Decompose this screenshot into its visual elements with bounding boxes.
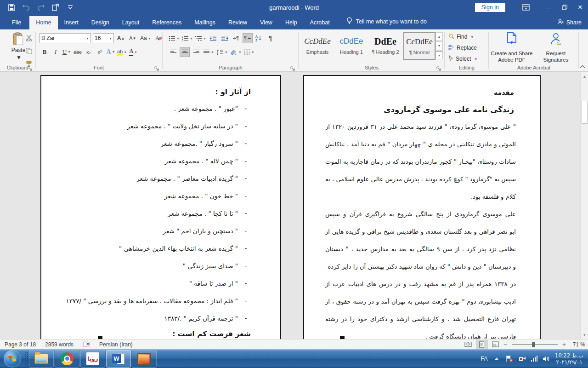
language-bar[interactable]: FA [481, 356, 487, 362]
read-mode-button[interactable] [462, 340, 474, 349]
style-emphasis[interactable]: CcDdEe Emphasis [301, 32, 334, 60]
minimize-button[interactable]: — [541, 0, 557, 15]
justify-button[interactable]: ▼ [203, 47, 215, 57]
numbering-button[interactable]: 123▼ [181, 33, 193, 43]
tab-insert[interactable]: Insert [58, 16, 85, 29]
power-plug-icon[interactable] [518, 355, 526, 363]
italic-button[interactable]: I [51, 47, 61, 57]
network-signal-icon[interactable] [531, 356, 538, 362]
scrollbar-thumb[interactable] [582, 101, 588, 124]
zoom-out-button[interactable]: − [503, 341, 507, 348]
clipboard-dialog-launcher-icon[interactable] [28, 64, 33, 70]
align-left-button[interactable] [168, 47, 178, 57]
style-heading-1[interactable]: cDdEe Heading 1 [335, 32, 368, 60]
tab-mailings[interactable]: Mailings [188, 16, 222, 29]
align-right-button[interactable] [191, 47, 201, 57]
print-layout-button[interactable] [476, 340, 488, 349]
select-button[interactable]: Select▼ [448, 55, 477, 63]
bullets-button[interactable]: ▼ [168, 33, 180, 43]
clear-formatting-button[interactable]: A [153, 33, 164, 43]
scroll-down-icon[interactable]: ▼ [581, 331, 588, 339]
taskbar-media-button[interactable] [132, 350, 157, 368]
tab-references[interactable]: References [146, 16, 188, 29]
touch-mouse-mode-icon[interactable] [51, 3, 60, 12]
taskbar-clock[interactable]: ب.ظ 10:22 ۲۰۲۱/۲۹/۰۱ [555, 352, 583, 365]
zoom-slider-thumb[interactable] [532, 342, 535, 347]
font-dialog-launcher-icon[interactable] [154, 64, 160, 70]
borders-button[interactable]: ▼ [243, 47, 255, 57]
replace-button[interactable]: abac Replace [448, 44, 477, 52]
tab-file[interactable]: File [4, 16, 29, 29]
font-color-button[interactable]: A▼ [128, 47, 138, 57]
tab-design[interactable]: Design [85, 16, 116, 29]
text-effects-button[interactable]: A▼ [106, 47, 116, 57]
rtl-direction-button[interactable]: ¶ [243, 33, 253, 43]
document-page-right[interactable]: مقدمه زندگی نامه علی موسوی گرمارودی " عل… [303, 75, 541, 339]
font-name-combobox[interactable]: B Zar▼ [40, 33, 91, 43]
ribbon-display-options-icon[interactable] [518, 0, 534, 15]
tab-acrobat[interactable]: Acrobat [304, 16, 336, 29]
superscript-button[interactable]: x² [95, 47, 105, 57]
paragraph-dialog-launcher-icon[interactable] [290, 64, 296, 70]
zoom-in-button[interactable]: + [562, 341, 566, 348]
collapse-ribbon-icon[interactable] [580, 65, 585, 69]
document-page-left[interactable]: از آثار او : -"عبور " . مجموعه شعر . -" … [40, 75, 281, 339]
underline-button[interactable]: U▼ [62, 47, 72, 57]
proofing-status[interactable] [78, 341, 95, 347]
zoom-percentage[interactable]: 71 % [568, 341, 585, 348]
tab-layout[interactable]: Layout [116, 16, 146, 29]
action-center-flag-icon[interactable] [505, 355, 514, 363]
increase-indent-button[interactable] [220, 33, 230, 43]
show-hidden-icons[interactable] [492, 355, 501, 363]
find-button[interactable]: Find▼ [448, 33, 474, 40]
vertical-scrollbar[interactable]: ▲ ▼ [580, 72, 588, 339]
close-button[interactable]: × [572, 0, 588, 15]
grow-font-button[interactable]: A▲ [116, 33, 126, 43]
scroll-up-icon[interactable]: ▲ [581, 73, 588, 80]
subscript-button[interactable]: x₂ [84, 47, 94, 57]
tell-me-box[interactable]: Tell me what you want to do [336, 17, 427, 29]
show-paragraph-marks-button[interactable]: ¶ [266, 33, 276, 43]
styles-gallery-expand-icon[interactable]: ▼ [435, 51, 443, 59]
tab-help[interactable]: Help [279, 16, 304, 29]
start-button[interactable] [4, 350, 21, 368]
sign-in-button[interactable]: Sign in [475, 3, 505, 12]
tab-review[interactable]: Review [222, 16, 254, 29]
styles-scroll-down-icon[interactable]: ▼ [435, 41, 443, 50]
tab-view[interactable]: View [254, 16, 279, 29]
save-icon[interactable] [7, 3, 16, 12]
customize-qat-icon[interactable] [66, 3, 74, 12]
shading-button[interactable]: ▼ [230, 47, 242, 57]
shrink-font-button[interactable]: A▼ [128, 33, 138, 43]
web-layout-button[interactable] [490, 340, 502, 349]
ltr-direction-button[interactable]: ¶ [231, 33, 241, 43]
speaker-icon[interactable] [542, 355, 550, 363]
strikethrough-button[interactable]: abc [73, 47, 83, 57]
sort-button[interactable]: AZ [254, 33, 264, 43]
align-center-button[interactable] [180, 47, 190, 57]
create-share-pdf-button[interactable]: Create and Share Adobe PDF [491, 32, 533, 63]
decrease-indent-button[interactable] [208, 33, 218, 43]
change-case-button[interactable]: Aa▼ [140, 33, 152, 43]
cut-icon[interactable] [24, 33, 34, 43]
undo-icon[interactable] [22, 3, 30, 12]
taskbar-roya-button[interactable]: رویا [80, 350, 105, 368]
restore-button[interactable] [557, 0, 572, 15]
redo-icon[interactable] [37, 3, 45, 12]
taskbar-explorer-button[interactable] [29, 350, 54, 368]
styles-scroll-up-icon[interactable]: ▲ [435, 32, 443, 41]
font-size-combobox[interactable]: 16▼ [93, 33, 114, 43]
taskbar-word-button[interactable]: W [106, 350, 131, 368]
bold-button[interactable]: B [40, 47, 50, 57]
page-number-indicator[interactable]: Page 3 of 18 [0, 341, 40, 348]
copy-icon[interactable] [24, 46, 34, 56]
word-count-indicator[interactable]: 2859 words [40, 341, 78, 348]
share-button[interactable]: Share [557, 18, 582, 26]
multilevel-list-button[interactable]: ▼ [195, 33, 207, 43]
highlight-color-button[interactable]: ab▼ [117, 47, 127, 57]
style-heading-2[interactable]: DdEe ¶ Heading 2 [369, 32, 401, 60]
zoom-slider[interactable] [512, 344, 558, 345]
styles-dialog-launcher-icon[interactable] [436, 64, 442, 70]
language-indicator[interactable]: Persian (Iran) [95, 341, 137, 348]
taskbar-chrome-button[interactable] [55, 350, 79, 368]
